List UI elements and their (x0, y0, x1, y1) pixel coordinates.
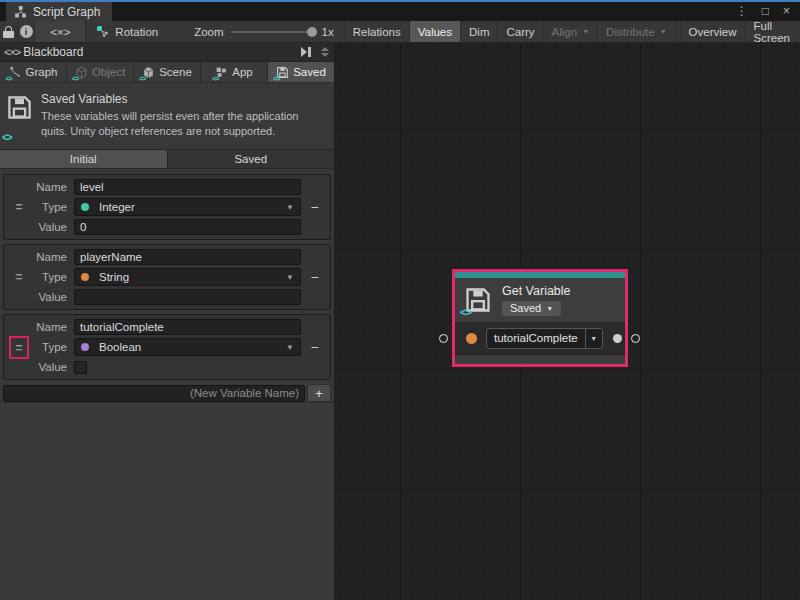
node-scope-dropdown[interactable]: Saved ▼ (502, 301, 561, 316)
node-variable-dropdown[interactable]: tutorialComplete ▼ (486, 328, 603, 349)
variables-button[interactable]: <×> (35, 21, 86, 42)
variables-icon: <×> (50, 26, 70, 38)
remove-variable-button[interactable]: − (301, 339, 328, 355)
value-checkbox[interactable] (74, 361, 87, 374)
zoom-label: Zoom (194, 26, 223, 38)
type-value: Boolean (99, 341, 141, 353)
dim-button[interactable]: Dim (461, 21, 498, 42)
scroll-up-icon (321, 47, 329, 51)
tab-graph-label: Graph (26, 66, 58, 78)
blackboard-title: Blackboard (23, 45, 83, 59)
type-dropdown[interactable]: Boolean ▼ (74, 338, 301, 356)
zoom-control: Zoom 1x (168, 21, 344, 42)
type-label: Type (32, 341, 74, 353)
value-output-port[interactable] (613, 334, 622, 343)
zoom-slider-knob[interactable] (307, 27, 317, 37)
variable-name-input-port[interactable] (466, 333, 477, 344)
panel-scroll-arrows[interactable] (321, 47, 331, 57)
zoom-value: 1x (322, 26, 334, 38)
blackboard-header: <×> Blackboard (0, 43, 334, 62)
tab-saved[interactable]: <> Saved (268, 62, 334, 82)
panel-empty-area (0, 402, 334, 600)
value-label: Value (32, 221, 74, 233)
lock-button[interactable] (0, 21, 18, 42)
overview-button[interactable]: Overview (680, 21, 746, 42)
info-title: Saved Variables (41, 92, 303, 106)
tab-script-graph[interactable]: Script Graph (6, 2, 112, 21)
minus-icon: − (310, 199, 318, 215)
drag-handle[interactable]: = (15, 271, 22, 283)
info-button[interactable]: i (18, 21, 36, 42)
drag-handle[interactable]: = (15, 201, 22, 213)
code-badge: <> (72, 75, 78, 82)
value-input[interactable] (74, 289, 301, 305)
name-input[interactable] (74, 319, 301, 335)
dropdown-arrow-icon: ▼ (286, 273, 294, 282)
dropdown-arrow-icon: ▼ (286, 343, 294, 352)
get-variable-node[interactable]: <> Get Variable Saved ▼ tutorialComplete… (452, 269, 628, 367)
tab-title: Script Graph (33, 5, 100, 19)
maximize-icon[interactable]: □ (762, 4, 769, 18)
dropdown-arrow-icon: ▼ (585, 329, 602, 348)
saved-scope-icon: <> (276, 66, 289, 79)
dropdown-arrow-icon: ▼ (546, 305, 553, 312)
rotation-control[interactable]: Rotation (86, 21, 168, 42)
type-color-dot (81, 203, 89, 211)
annotation-highlight-box: = (9, 336, 28, 359)
blackboard-icon: <×> (4, 46, 20, 58)
dock-panel-icon[interactable] (298, 46, 314, 58)
tab-scene-label: Scene (159, 66, 192, 78)
remove-variable-button[interactable]: − (301, 199, 328, 215)
value-input[interactable] (74, 219, 301, 235)
values-label: Values (418, 26, 452, 38)
carry-button[interactable]: Carry (498, 21, 543, 42)
tab-graph[interactable]: <> Graph (0, 62, 67, 82)
type-dropdown[interactable]: Integer ▼ (74, 198, 301, 216)
relations-label: Relations (353, 26, 401, 38)
code-badge: <> (139, 75, 145, 82)
type-dropdown[interactable]: String ▼ (74, 268, 301, 286)
app-scope-icon: <> (215, 66, 228, 79)
tab-app[interactable]: <> App (201, 62, 268, 82)
graph-canvas[interactable]: <> Get Variable Saved ▼ tutorialComplete… (336, 43, 800, 600)
graph-tree-icon (14, 5, 27, 18)
node-left-connection-port[interactable] (439, 334, 448, 343)
name-label: Name (32, 251, 74, 263)
floppy-icon: <> (6, 94, 33, 139)
subtab-saved[interactable]: Saved (168, 150, 335, 168)
add-variable-button[interactable]: + (307, 384, 331, 402)
node-ports-row: tutorialComplete ▼ (455, 322, 625, 354)
menu-icon[interactable]: ⋮ (736, 4, 748, 18)
close-icon[interactable]: × (783, 4, 790, 18)
tab-scene[interactable]: <> Scene (134, 62, 201, 82)
value-label: Value (32, 361, 74, 373)
scroll-down-icon (321, 53, 329, 57)
remove-variable-button[interactable]: − (301, 269, 328, 285)
new-variable-input[interactable] (3, 385, 305, 402)
tab-object-label: Object (92, 66, 125, 78)
name-label: Name (32, 321, 74, 333)
relations-button[interactable]: Relations (344, 21, 410, 42)
plus-icon: + (315, 386, 323, 401)
focused-window-indicator (0, 0, 800, 2)
subtab-initial[interactable]: Initial (0, 150, 168, 168)
zoom-slider[interactable] (231, 31, 315, 33)
tab-app-label: App (232, 66, 252, 78)
align-label: Align (552, 26, 578, 38)
fullscreen-button[interactable]: Full Screen (746, 21, 800, 42)
drag-handle[interactable]: = (15, 341, 22, 355)
align-button[interactable]: Align▼ (544, 21, 599, 42)
graph-scope-icon: <> (9, 66, 22, 79)
values-button[interactable]: Values (410, 21, 461, 42)
name-input[interactable] (74, 179, 301, 195)
variable-scope-tabs: <> Graph <> Object <> Scene <> App (0, 62, 334, 83)
name-input[interactable] (74, 249, 301, 265)
distribute-button[interactable]: Distribute▼ (598, 21, 676, 42)
tab-object[interactable]: <> Object (67, 62, 134, 82)
carry-label: Carry (506, 26, 534, 38)
graph-toolbar: i <×> Rotation Zoom 1x Relations Values … (0, 21, 800, 43)
node-footer (455, 354, 625, 364)
node-right-connection-port[interactable] (631, 334, 640, 343)
minus-icon: − (310, 269, 318, 285)
saved-variable-icon: <> (464, 286, 492, 314)
